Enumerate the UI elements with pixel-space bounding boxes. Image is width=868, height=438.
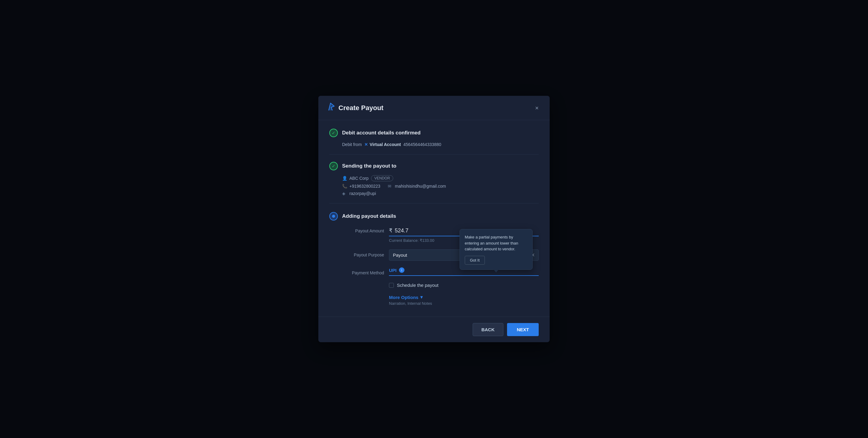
step2-title: Sending the payout to: [342, 163, 397, 169]
payout-amount-label: Payout Amount: [329, 225, 384, 233]
chevron-down-icon: ▾: [420, 295, 423, 300]
close-button[interactable]: ×: [534, 104, 540, 112]
upi-row: ◈ razorpay@upi: [342, 191, 539, 196]
tooltip-popup: Make a partial payments by entering an a…: [460, 229, 533, 270]
contact-email: mahishisindhu@gmail.com: [395, 184, 446, 189]
step1-section: ✓ Debit account details confirmed Debit …: [329, 129, 539, 155]
contact-name: ABC Corp: [349, 176, 369, 181]
more-options-label: More Options: [389, 295, 418, 300]
step1-title: Debit account details confirmed: [342, 130, 421, 136]
phone-icon: 📞: [342, 184, 347, 189]
razorpay-x-icon: ✕: [364, 142, 368, 147]
back-button[interactable]: BACK: [473, 323, 503, 336]
create-payout-modal: Create Payout × ✓ Debit account details …: [318, 96, 550, 342]
account-number: 4564564464333880: [403, 142, 441, 147]
step3-section: Adding payout details Make a partial pay…: [329, 211, 539, 306]
step3-active-icon: [329, 212, 338, 221]
more-options-sub: Narration, Internal Notes: [389, 301, 539, 306]
schedule-label: Schedule the payout: [397, 282, 439, 288]
account-type: Virtual Account: [370, 142, 401, 147]
more-options-link[interactable]: More Options ▾: [389, 295, 539, 300]
modal-title: Create Payout: [338, 104, 530, 112]
virtual-account-label: ✕ Virtual Account: [364, 142, 401, 147]
tooltip-text: Make a partial payments by entering an a…: [465, 234, 527, 252]
modal-body: ✓ Debit account details confirmed Debit …: [318, 120, 550, 317]
payment-method-label: Payment Method: [329, 267, 384, 275]
upi-icon: ◈: [342, 191, 347, 196]
razorpay-logo: [328, 102, 335, 113]
currency-symbol: ₹: [389, 227, 392, 234]
debit-from-row: Debit from ✕ Virtual Account 45645644643…: [342, 142, 539, 147]
more-options-row: More Options ▾ Narration, Internal Notes: [389, 295, 539, 306]
step1-header: ✓ Debit account details confirmed: [329, 129, 539, 137]
step1-check-icon: ✓: [329, 129, 338, 137]
step3-title: Adding payout details: [342, 213, 396, 219]
tooltip-got-it-button[interactable]: Got It: [465, 256, 485, 265]
step2-details: 👤 ABC Corp VENDOR 📞 +919632800223 ✉ mahi…: [342, 175, 539, 196]
modal-footer: BACK NEXT: [318, 317, 550, 342]
email-icon: ✉: [388, 184, 393, 189]
phone-row: 📞 +919632800223 ✉ mahishisindhu@gmail.co…: [342, 184, 539, 189]
debit-from-prefix: Debit from: [342, 142, 362, 147]
vendor-badge: VENDOR: [371, 175, 393, 181]
contact-upi: razorpay@upi: [349, 191, 376, 196]
contact-phone: +919632800223: [349, 184, 380, 189]
modal-overlay: Create Payout × ✓ Debit account details …: [0, 0, 868, 438]
step2-section: ✓ Sending the payout to 👤 ABC Corp VENDO…: [329, 162, 539, 203]
contact-row: 👤 ABC Corp VENDOR: [342, 175, 539, 181]
upi-method-label[interactable]: UPI: [389, 268, 397, 273]
upi-info-icon[interactable]: i: [399, 267, 404, 273]
step3-header: Adding payout details: [329, 212, 539, 221]
person-icon: 👤: [342, 176, 347, 181]
step2-check-icon: ✓: [329, 162, 338, 170]
schedule-row: Schedule the payout: [389, 282, 539, 288]
step2-header: ✓ Sending the payout to: [329, 162, 539, 170]
payout-purpose-label: Payout Purpose: [329, 249, 384, 257]
modal-header: Create Payout ×: [318, 96, 550, 120]
schedule-checkbox[interactable]: [389, 283, 394, 288]
next-button[interactable]: NEXT: [507, 323, 539, 336]
